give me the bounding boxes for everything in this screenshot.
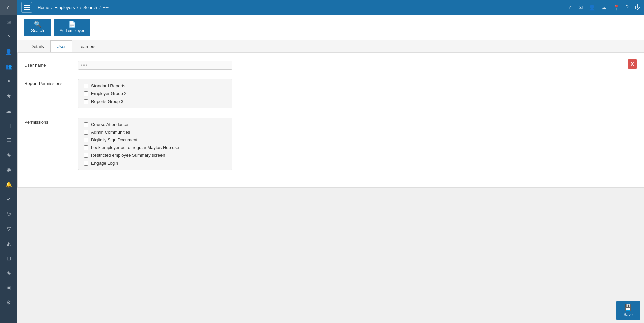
home-nav-icon[interactable]: ⌂ — [569, 4, 572, 10]
user-nav-icon[interactable]: 👤 — [589, 4, 595, 11]
breadcrumb-employers[interactable]: Employers — [54, 5, 75, 10]
permissions-control: Course Attendance Admin Communities Digi… — [78, 118, 232, 170]
graph-icon[interactable]: ◭ — [0, 236, 17, 251]
perm-item-lock-employer: Lock employer out of regular Maytas Hub … — [84, 145, 227, 150]
toolbar: 🔍 Search 📄 Add employer — [17, 15, 644, 40]
report-item-standard: Standard Reports — [84, 83, 227, 88]
label-admin-communities: Admin Communities — [91, 130, 130, 135]
breadcrumb-home[interactable]: Home — [38, 5, 49, 10]
settings-icon[interactable]: ⚙ — [0, 295, 17, 310]
breadcrumb: Home / Employers / / Search / •••• — [38, 5, 109, 10]
tab-details[interactable]: Details — [24, 40, 50, 52]
chart-icon[interactable]: ◫ — [0, 118, 17, 133]
checkbox-engage-login[interactable] — [84, 161, 88, 166]
print-icon[interactable]: 🖨 — [0, 29, 17, 44]
search-label: Search — [31, 28, 44, 33]
cloud-nav-icon[interactable]: ☁ — [601, 4, 607, 11]
checkbox-course-attendance[interactable] — [84, 122, 88, 127]
add-employer-label: Add employer — [60, 28, 84, 33]
perm-item-engage-login: Engage Login — [84, 160, 227, 166]
tag-icon[interactable]: ◈ — [0, 147, 17, 162]
location-icon[interactable]: ◉ — [0, 162, 17, 177]
username-control — [78, 61, 232, 70]
tabs-bar: Details User Learners — [17, 40, 644, 52]
add-employer-button[interactable]: 📄 Add employer — [54, 19, 90, 36]
person-icon[interactable]: ◈ — [0, 265, 17, 280]
save-label: Save — [624, 312, 633, 317]
tab-user[interactable]: User — [50, 40, 72, 52]
report-item-employer-group: Employer Group 2 — [84, 91, 227, 96]
power-nav-icon[interactable]: ⏻ — [635, 4, 640, 10]
checkbox-digitally-sign[interactable] — [84, 138, 88, 142]
home-icon[interactable]: ⌂ — [0, 0, 17, 15]
star-icon[interactable]: ★ — [0, 88, 17, 103]
email-nav-icon[interactable]: ✉ — [578, 4, 583, 11]
monitor-icon[interactable]: ▣ — [0, 280, 17, 295]
save-icon: 💾 — [624, 304, 632, 311]
label-reports-group-3: Reports Group 3 — [91, 99, 123, 104]
sidebar: ⌂ ✉ 🖨 👤 👥 ✦ ★ ☁ ◫ ☰ ◈ ◉ 🔔 ✔ ⚇ ▽ ◭ ◻ ◈ ▣ … — [0, 0, 17, 323]
label-standard-reports: Standard Reports — [91, 83, 125, 88]
network-icon[interactable]: ✦ — [0, 74, 17, 88]
close-button[interactable]: X — [628, 59, 637, 69]
breadcrumb-sep4: / — [99, 5, 101, 10]
perm-item-restricted-employee: Restricted employee Summary screen — [84, 153, 227, 158]
user-icon[interactable]: 👤 — [0, 44, 17, 59]
hamburger-button[interactable] — [21, 2, 32, 13]
report-permissions-control: Standard Reports Employer Group 2 Report… — [78, 79, 232, 108]
users-icon[interactable]: ⚇ — [0, 206, 17, 221]
label-lock-employer: Lock employer out of regular Maytas Hub … — [91, 145, 179, 150]
username-label: User name — [24, 61, 78, 68]
breadcrumb-current: •••• — [103, 5, 109, 10]
perm-item-admin-communities: Admin Communities — [84, 130, 227, 135]
checklist-icon[interactable]: ✔ — [0, 192, 17, 206]
report-item-reports-group: Reports Group 3 — [84, 99, 227, 104]
permissions-row: Permissions Course Attendance Admin Comm… — [24, 118, 637, 170]
clipboard-icon[interactable]: ◻ — [0, 251, 17, 265]
permissions-label: Permissions — [24, 118, 78, 125]
perm-item-course-attendance: Course Attendance — [84, 122, 227, 127]
filter-icon[interactable]: ▽ — [0, 221, 17, 236]
bell-icon[interactable]: 🔔 — [0, 177, 17, 192]
label-course-attendance: Course Attendance — [91, 122, 128, 127]
list-icon[interactable]: ☰ — [0, 133, 17, 147]
label-digitally-sign: Digitally Sign Document — [91, 137, 137, 142]
label-engage-login: Engage Login — [91, 160, 118, 166]
topbar: Home / Employers / / Search / •••• ⌂ ✉ 👤… — [17, 0, 644, 15]
tab-learners[interactable]: Learners — [72, 40, 102, 52]
help-nav-icon[interactable]: ? — [626, 4, 629, 10]
add-employer-icon: 📄 — [68, 21, 76, 27]
checkbox-employer-group-2[interactable] — [84, 91, 88, 96]
permissions-group: Course Attendance Admin Communities Digi… — [78, 118, 232, 170]
search-icon: 🔍 — [34, 21, 41, 27]
topbar-right-icons: ⌂ ✉ 👤 ☁ 📍 ? ⏻ — [569, 4, 640, 11]
checkbox-restricted-employee[interactable] — [84, 153, 88, 158]
breadcrumb-search[interactable]: Search — [83, 5, 97, 10]
group-icon[interactable]: 👥 — [0, 59, 17, 74]
cloud-icon[interactable]: ☁ — [0, 103, 17, 118]
save-button[interactable]: 💾 Save — [616, 301, 640, 320]
breadcrumb-sep3: / — [80, 5, 81, 10]
label-employer-group-2: Employer Group 2 — [91, 91, 127, 96]
main-wrapper: 🔍 Search 📄 Add employer Details User Lea… — [17, 15, 644, 323]
perm-item-digitally-sign: Digitally Sign Document — [84, 137, 227, 142]
username-row: User name — [24, 61, 637, 70]
breadcrumb-sep1: / — [51, 5, 53, 10]
outer-content: X User name Report Permissions Standard … — [17, 52, 644, 323]
checkbox-reports-group-3[interactable] — [84, 99, 88, 104]
label-restricted-employee: Restricted employee Summary screen — [91, 153, 165, 158]
report-permissions-group: Standard Reports Employer Group 2 Report… — [78, 79, 232, 108]
report-permissions-row: Report Permissions Standard Reports Empl… — [24, 79, 637, 108]
envelope-icon[interactable]: ✉ — [0, 15, 17, 29]
checkbox-admin-communities[interactable] — [84, 130, 88, 135]
username-input[interactable] — [78, 61, 232, 70]
checkbox-standard-reports[interactable] — [84, 84, 88, 88]
search-button[interactable]: 🔍 Search — [24, 19, 51, 36]
breadcrumb-sep2: / — [77, 5, 78, 10]
location-nav-icon[interactable]: 📍 — [613, 4, 620, 11]
footer-save-area: 💾 Save — [612, 298, 644, 323]
checkbox-lock-employer[interactable] — [84, 145, 88, 150]
report-permissions-label: Report Permissions — [24, 79, 78, 86]
content-section: X User name Report Permissions Standard … — [17, 52, 644, 188]
